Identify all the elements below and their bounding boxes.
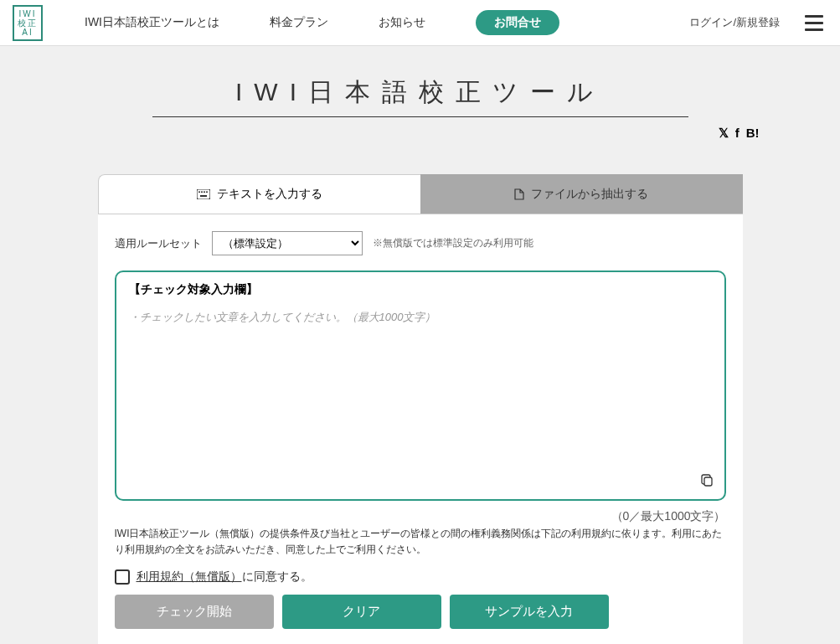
hamburger-menu-icon[interactable] (801, 11, 827, 35)
card-body: 適用ルールセット （標準設定） ※無償版では標準設定のみ利用可能 【チェック対象… (98, 214, 743, 644)
input-box[interactable]: 【チェック対象入力欄】 ・チェックしたい文章を入力してください。（最大1000文… (115, 270, 726, 501)
logo-line3: AI (18, 28, 38, 37)
page-title: IWI日本語校正ツール (0, 75, 840, 110)
sample-button[interactable]: サンプルを入力 (450, 595, 609, 629)
svg-rect-2 (201, 192, 203, 193)
header: IWI 校正 AI IWI日本語校正ツールとは 料金プラン お知らせ お問合せ … (0, 0, 840, 46)
file-icon (514, 188, 524, 200)
hatena-icon[interactable]: B! (746, 126, 760, 141)
copy-icon[interactable] (701, 474, 714, 491)
agree-link[interactable]: 利用規約（無償版） (137, 569, 242, 583)
clear-button[interactable]: クリア (282, 595, 441, 629)
agree-suffix: に同意する。 (242, 569, 312, 583)
nav-right: ログイン/新規登録 (689, 11, 827, 35)
nav: IWI日本語校正ツールとは 料金プラン お知らせ お問合せ ログイン/新規登録 (85, 10, 827, 35)
nav-about[interactable]: IWI日本語校正ツールとは (85, 15, 219, 30)
nav-pricing[interactable]: 料金プラン (270, 15, 328, 30)
nav-contact[interactable]: お問合せ (476, 10, 559, 35)
logo-line1: IWI (18, 9, 38, 18)
svg-rect-3 (204, 192, 205, 193)
terms-text: IWI日本語校正ツール（無償版）の提供条件及び当社とユーザーの皆様との間の権利義… (115, 526, 726, 558)
ruleset-label: 適用ルールセット (115, 236, 202, 251)
keyboard-icon (197, 189, 210, 199)
svg-rect-5 (200, 195, 207, 197)
logo-line2: 校正 (18, 18, 38, 28)
input-box-title: 【チェック対象入力欄】 (129, 282, 712, 297)
tab-text-input[interactable]: テキストを入力する (98, 174, 421, 214)
agree-label: 利用規約（無償版）に同意する。 (137, 569, 312, 585)
tabs: テキストを入力する ファイルから抽出する (98, 174, 743, 214)
ruleset-row: 適用ルールセット （標準設定） ※無償版では標準設定のみ利用可能 (115, 231, 726, 255)
page-title-section: IWI日本語校正ツール (0, 75, 840, 117)
input-placeholder: ・チェックしたい文章を入力してください。（最大1000文字） (129, 310, 712, 325)
ruleset-select[interactable]: （標準設定） (212, 231, 363, 255)
title-divider (152, 116, 688, 117)
login-link[interactable]: ログイン/新規登録 (689, 15, 780, 30)
check-button[interactable]: チェック開始 (115, 595, 274, 629)
agree-row: 利用規約（無償版）に同意する。 (115, 569, 726, 585)
main-card: テキストを入力する ファイルから抽出する 適用ルールセット （標準設定） ※無償… (98, 174, 743, 644)
tab-file-extract-label: ファイルから抽出する (531, 187, 648, 202)
logo[interactable]: IWI 校正 AI (13, 5, 43, 41)
agree-checkbox[interactable] (115, 569, 130, 585)
facebook-icon[interactable]: f (735, 126, 740, 141)
nav-news[interactable]: お知らせ (379, 15, 425, 30)
char-count: （0／最大1000文字） (115, 509, 726, 524)
tab-file-extract[interactable]: ファイルから抽出する (420, 174, 743, 214)
button-row: チェック開始 クリア サンプルを入力 (115, 595, 726, 629)
x-icon[interactable]: 𝕏 (719, 126, 729, 141)
tab-text-input-label: テキストを入力する (217, 187, 322, 202)
social-icons: 𝕏 f B! (77, 126, 764, 141)
svg-rect-6 (704, 477, 712, 486)
svg-rect-4 (206, 192, 208, 193)
svg-rect-1 (198, 192, 200, 193)
svg-rect-0 (197, 189, 210, 199)
ruleset-note: ※無償版では標準設定のみ利用可能 (373, 236, 533, 250)
